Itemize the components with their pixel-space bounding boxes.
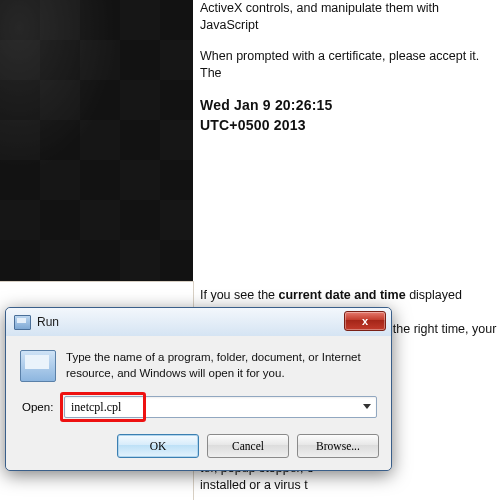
run-icon — [14, 315, 31, 330]
browse-button[interactable]: Browse... — [297, 434, 379, 458]
open-combobox[interactable] — [64, 396, 377, 418]
dialog-description: Type the name of a program, folder, docu… — [66, 350, 377, 382]
clock-line1: Wed Jan 9 20:26:15 — [200, 96, 500, 115]
desktop-wallpaper — [0, 0, 193, 281]
ok-button[interactable]: OK — [117, 434, 199, 458]
chevron-down-icon[interactable] — [363, 404, 371, 409]
cancel-button[interactable]: Cancel — [207, 434, 289, 458]
body-text: When prompted with a certificate, please… — [200, 48, 500, 82]
open-input[interactable] — [64, 396, 377, 418]
body-text: ActiveX controls, and manipulate them wi… — [200, 0, 500, 34]
button-row: OK Cancel Browse... — [6, 424, 391, 470]
dialog-title: Run — [37, 315, 59, 329]
open-label: Open: — [20, 401, 64, 413]
run-large-icon — [20, 350, 56, 382]
titlebar[interactable]: Run x — [6, 308, 391, 336]
close-icon: x — [362, 315, 368, 327]
run-dialog: Run x Type the name of a program, folder… — [5, 307, 392, 471]
close-button[interactable]: x — [344, 311, 386, 331]
clock-line2: UTC+0500 2013 — [200, 116, 500, 135]
